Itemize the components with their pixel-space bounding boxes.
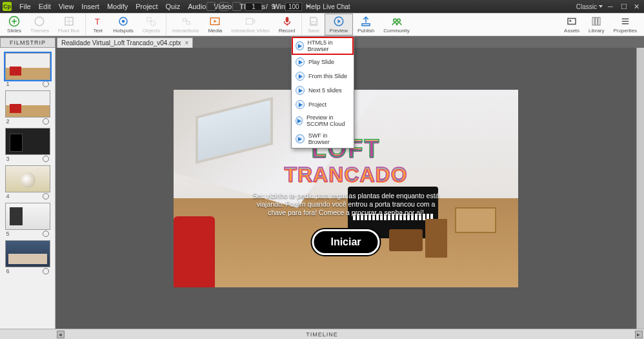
- minimize-icon[interactable]: ─: [608, 3, 616, 10]
- menu-view[interactable]: View: [55, 3, 78, 10]
- eye-icon[interactable]: [43, 268, 49, 274]
- play-icon: [296, 134, 305, 143]
- tool-preview[interactable]: Preview: [325, 14, 353, 36]
- play-icon: [296, 41, 304, 50]
- tool-objects: Objects: [138, 14, 165, 36]
- tool-label: Preview: [330, 28, 348, 34]
- panel-library[interactable]: Library: [584, 14, 609, 36]
- tool-interactions: Interactions: [166, 14, 203, 36]
- option-label: HTML5 in Browser: [308, 39, 350, 52]
- slide-thumb-1[interactable]: 1: [5, 53, 50, 88]
- preview-option-next-5-slides[interactable]: Next 5 slides: [292, 83, 354, 98]
- option-label: Project: [308, 101, 327, 108]
- eye-icon[interactable]: [43, 193, 49, 200]
- eye-icon[interactable]: [43, 231, 49, 237]
- slide-thumb-5[interactable]: 5: [5, 203, 50, 238]
- svg-marker-28: [298, 43, 302, 48]
- eye-icon[interactable]: [43, 118, 49, 125]
- assets-icon: [566, 15, 578, 27]
- layout-icon[interactable]: [206, 2, 216, 11]
- tool-community[interactable]: Community: [379, 14, 414, 36]
- tool-save: Save: [301, 14, 325, 36]
- slide-thumb-6[interactable]: 6: [5, 240, 50, 275]
- interact-icon: [180, 15, 192, 27]
- timeline-label: TIMELINE: [306, 331, 338, 338]
- option-label: Play Slide: [308, 59, 334, 65]
- panel-assets[interactable]: Assets: [559, 14, 584, 36]
- preview-option-html5-in-browser[interactable]: HTML5 in Browser: [292, 37, 354, 55]
- props-icon: [619, 15, 631, 27]
- slide-number: 5: [6, 231, 10, 237]
- page-total: 9: [272, 3, 276, 10]
- option-label: Preview in SCORM Cloud: [307, 114, 350, 127]
- svg-rect-20: [568, 19, 576, 25]
- svg-marker-31: [298, 88, 302, 92]
- tool-hotspots[interactable]: Hotspots: [108, 14, 138, 36]
- option-label: Next 5 slides: [308, 87, 342, 94]
- sync-icon[interactable]: [232, 2, 241, 11]
- play-icon: [296, 72, 305, 81]
- menu-file[interactable]: File: [15, 3, 35, 10]
- titlebar-center-tools: / 9 Live Chat: [206, 2, 350, 11]
- mic-icon: [281, 15, 293, 27]
- timeline-panel[interactable]: ◂ TIMELINE ▸: [0, 329, 644, 339]
- fluid-icon: [63, 15, 75, 27]
- page-current-input[interactable]: [245, 3, 262, 11]
- scroll-left-icon[interactable]: ◂: [57, 331, 65, 338]
- chevron-down-icon[interactable]: [306, 5, 310, 8]
- tool-slides[interactable]: Slides: [3, 14, 26, 36]
- tool-label: Hotspots: [113, 28, 134, 34]
- scroll-right-icon[interactable]: ▸: [635, 331, 643, 338]
- slide-thumb-2[interactable]: 2: [5, 90, 50, 125]
- tool-label: Assets: [564, 28, 579, 34]
- tab-close-icon[interactable]: ×: [185, 39, 189, 46]
- svg-marker-30: [298, 74, 302, 78]
- svg-point-21: [569, 20, 571, 22]
- preview-option-preview-in-scorm-cloud[interactable]: Preview in SCORM Cloud: [292, 112, 354, 130]
- menu-insert[interactable]: Insert: [77, 3, 103, 10]
- app-logo-icon: Cp: [3, 2, 12, 11]
- tool-publish[interactable]: Publish: [353, 14, 379, 36]
- slide-number: 1: [6, 81, 10, 87]
- slide-number: 3: [6, 156, 10, 162]
- svg-marker-16: [337, 19, 341, 23]
- play-icon: [296, 116, 303, 125]
- tool-fluid-box: Fluid Box: [54, 14, 84, 36]
- start-button[interactable]: Iniciar: [312, 229, 379, 255]
- svg-point-18: [393, 19, 396, 22]
- slide-title-line2: TRANCADO: [284, 163, 407, 187]
- cloud-icon[interactable]: [219, 2, 228, 11]
- live-chat-link[interactable]: Live Chat: [323, 3, 350, 10]
- panel-properties[interactable]: Properties: [609, 14, 641, 36]
- preview-option-from-this-slide[interactable]: From this Slide: [292, 69, 354, 83]
- close-icon[interactable]: ✕: [634, 3, 641, 10]
- tool-text[interactable]: TText: [85, 14, 108, 36]
- tool-label: Slides: [7, 28, 21, 34]
- preview-dropdown: HTML5 in BrowserPlay SlideFrom this Slid…: [291, 36, 354, 149]
- tool-record[interactable]: Record: [274, 14, 300, 36]
- slide-thumb-4[interactable]: 4: [5, 165, 50, 200]
- slide-thumb-3[interactable]: 3: [5, 128, 50, 163]
- preview-option-play-slide[interactable]: Play Slide: [292, 55, 354, 69]
- eye-icon[interactable]: [43, 81, 49, 87]
- preview-option-swf-in-browser[interactable]: SWF in Browser: [292, 130, 354, 148]
- menu-modify[interactable]: Modify: [103, 3, 132, 10]
- slide-number: 6: [6, 268, 10, 274]
- document-tab[interactable]: Realidade Virtual_Loft Trancado_v04.cptx…: [57, 37, 193, 48]
- svg-marker-34: [298, 136, 302, 141]
- menu-quiz[interactable]: Quiz: [162, 3, 185, 10]
- side-table: [455, 207, 496, 233]
- workspace-switcher[interactable]: Classic: [576, 3, 603, 10]
- save-icon: [308, 15, 319, 27]
- stage-scrollbar[interactable]: [636, 48, 644, 329]
- tool-label: Properties: [614, 28, 637, 34]
- maximize-icon[interactable]: ☐: [621, 3, 629, 10]
- tool-media[interactable]: Media: [203, 14, 226, 36]
- menu-project[interactable]: Project: [132, 3, 161, 10]
- menu-edit[interactable]: Edit: [35, 3, 55, 10]
- media-icon: [209, 15, 221, 27]
- zoom-input[interactable]: [285, 3, 302, 11]
- eye-icon[interactable]: [43, 156, 49, 162]
- slide-description: Seu vizinho te pediu para regar as plant…: [249, 192, 443, 217]
- preview-option-project[interactable]: Project: [292, 98, 354, 112]
